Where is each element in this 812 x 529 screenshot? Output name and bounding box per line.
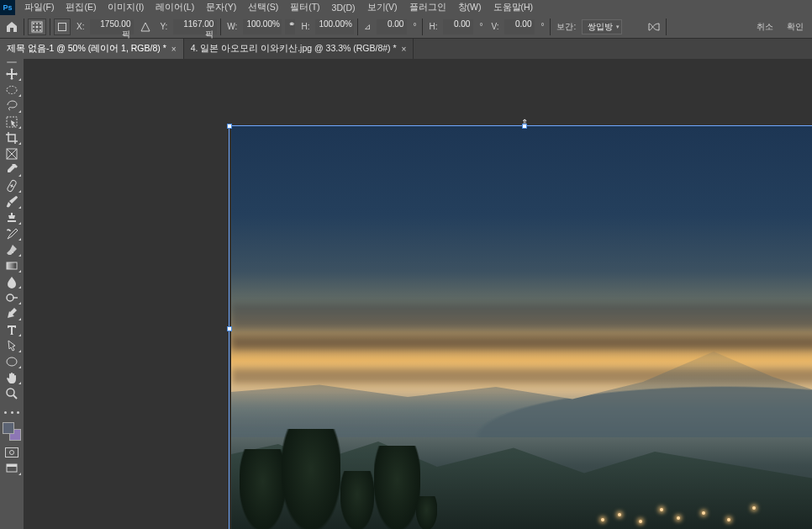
history-brush-tool[interactable] [2, 225, 22, 241]
gradient-tool[interactable] [2, 257, 22, 273]
edit-toolbar[interactable] [2, 405, 22, 421]
workspace: ⇕ [0, 59, 812, 529]
options-bar: X: 1750.00 픽 Y: 1167.00 픽 W: 100.00% ⚭ H… [0, 15, 812, 39]
menu-select[interactable]: 선택(S) [242, 0, 284, 15]
svg-point-16 [7, 357, 17, 366]
svg-point-3 [40, 23, 41, 24]
y-label: Y: [157, 22, 170, 31]
brush-tool[interactable] [2, 193, 22, 209]
lasso-tool[interactable] [2, 98, 22, 114]
close-icon[interactable]: × [171, 45, 177, 54]
artwork-layer [231, 126, 812, 529]
warp-icon[interactable] [646, 19, 662, 34]
clone-stamp-tool[interactable] [2, 209, 22, 225]
menu-type[interactable]: 문자(Y) [200, 0, 242, 15]
separator [550, 19, 551, 35]
document-tab-inactive[interactable]: 4. 일본 아오모리 이와키산.jpg @ 33.3% (RGB/8#) * × [184, 39, 414, 59]
zoom-tool[interactable] [2, 385, 22, 401]
hskew-label: H: [426, 22, 440, 31]
foreground-color-swatch[interactable] [3, 422, 14, 434]
x-field[interactable]: 1750.00 픽 [90, 19, 134, 34]
svg-rect-14 [7, 262, 17, 269]
vskew-field[interactable]: 0.00 [504, 19, 535, 34]
interpolation-select[interactable]: 쌍입방 [582, 19, 622, 34]
separator [666, 19, 667, 35]
svg-point-2 [36, 23, 38, 24]
angle-label: ⊿ [361, 22, 373, 31]
svg-point-6 [40, 26, 41, 28]
menu-plugin[interactable]: 플러그인 [403, 0, 452, 15]
delta-icon[interactable] [137, 19, 154, 34]
interpolation-value: 쌍입방 [588, 21, 613, 33]
separator [220, 19, 221, 35]
menu-3d[interactable]: 3D(D) [326, 1, 361, 14]
screen-mode-toggle[interactable] [2, 460, 22, 476]
marquee-tool[interactable] [2, 82, 22, 98]
h-label: H: [298, 22, 312, 31]
hand-tool[interactable] [2, 369, 22, 385]
menu-layer[interactable]: 레이어(L) [150, 0, 200, 15]
shape-tool[interactable] [2, 353, 22, 369]
menu-bar: Ps 파일(F) 편집(E) 이미지(I) 레이어(L) 문자(Y) 선택(S)… [0, 0, 812, 15]
path-selection-tool[interactable] [2, 337, 22, 353]
confirm-button[interactable]: 확인 [782, 19, 809, 34]
vskew-label: V: [488, 22, 501, 31]
frame-tool[interactable] [2, 145, 22, 161]
tab-title: 4. 일본 아오모리 이와키산.jpg @ 33.3% (RGB/8#) * [191, 43, 397, 55]
canvas-area[interactable]: ⇕ [24, 59, 812, 529]
x-label: X: [74, 22, 87, 31]
eyedropper-tool[interactable] [2, 161, 22, 177]
relative-toggle[interactable] [54, 19, 71, 35]
angle-field[interactable]: 0.00 [377, 19, 407, 34]
menu-image[interactable]: 이미지(I) [102, 0, 150, 15]
svg-point-4 [33, 26, 34, 28]
quick-mask-toggle[interactable] [2, 444, 22, 460]
menu-view[interactable]: 보기(V) [361, 0, 403, 15]
separator [422, 19, 423, 35]
app-logo: Ps [0, 0, 15, 15]
reference-point-locator[interactable] [28, 19, 46, 35]
home-icon[interactable] [3, 19, 20, 35]
document-tab-bar: 제목 없음-1 @ 50% (레이어 1, RGB/8) * × 4. 일본 아… [0, 39, 812, 59]
blur-tool[interactable] [2, 273, 22, 289]
hskew-field[interactable]: 0.00 [443, 19, 473, 34]
color-swatches[interactable] [3, 422, 21, 441]
pen-tool[interactable] [2, 305, 22, 321]
menu-window[interactable]: 창(W) [452, 0, 488, 15]
svg-point-10 [7, 86, 17, 93]
tools-grip[interactable] [4, 61, 19, 64]
vskew-unit: ° [538, 22, 546, 31]
interpolation-label: 보간: [554, 21, 578, 33]
move-tool[interactable] [2, 66, 22, 82]
svg-point-9 [40, 29, 41, 31]
link-icon[interactable]: ⚭ [285, 19, 295, 34]
separator [357, 19, 358, 35]
dodge-tool[interactable] [2, 289, 22, 305]
cancel-button[interactable]: 취소 [751, 19, 778, 34]
hskew-unit: ° [477, 22, 485, 31]
w-label: W: [224, 22, 240, 31]
separator [50, 19, 50, 35]
menu-file[interactable]: 파일(F) [18, 0, 60, 15]
object-selection-tool[interactable] [2, 114, 22, 130]
tools-panel [0, 59, 24, 529]
close-icon[interactable]: × [402, 45, 407, 54]
svg-point-8 [36, 29, 38, 31]
menu-help[interactable]: 도움말(H) [488, 0, 540, 15]
svg-point-1 [33, 23, 34, 24]
svg-rect-19 [7, 464, 17, 467]
y-field[interactable]: 1167.00 픽 [173, 19, 217, 34]
angle-unit: ° [410, 22, 419, 31]
h-field[interactable]: 100.00% [315, 19, 354, 34]
crop-tool[interactable] [2, 130, 22, 145]
w-field[interactable]: 100.00% [243, 19, 282, 34]
menu-edit[interactable]: 편집(E) [60, 0, 102, 15]
menu-filter[interactable]: 필터(T) [284, 0, 325, 15]
document-tab-active[interactable]: 제목 없음-1 @ 50% (레이어 1, RGB/8) * × [0, 39, 184, 59]
eraser-tool[interactable] [2, 241, 22, 257]
svg-point-5 [36, 25, 39, 28]
tab-title: 제목 없음-1 @ 50% (레이어 1, RGB/8) * [7, 43, 166, 55]
type-tool[interactable] [2, 321, 22, 337]
healing-brush-tool[interactable] [2, 177, 22, 193]
svg-point-17 [7, 389, 14, 396]
